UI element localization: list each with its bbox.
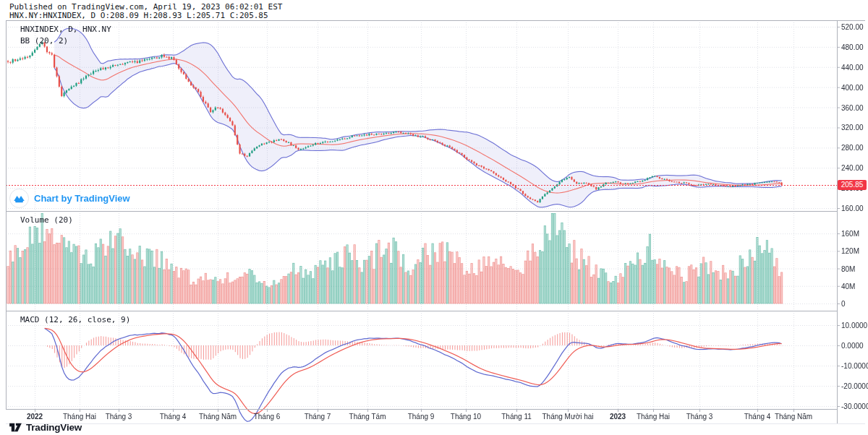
time-scale[interactable]: 2022Tháng HaiTháng 3Tháng 4Tháng NămThán… xyxy=(0,413,868,424)
time-tick-mark xyxy=(466,409,467,412)
time-tick-mark xyxy=(568,409,569,412)
time-tick-mark xyxy=(618,409,618,412)
volume-tick-label: 160M xyxy=(841,230,859,238)
time-tick-mark xyxy=(757,409,758,412)
tradingview-published-chart: { "header": { "line1": "Published on Tra… xyxy=(0,0,868,435)
volume-legend[interactable]: Volume (20) xyxy=(20,215,73,225)
time-tick-label: Tháng Mười hai xyxy=(542,413,593,421)
tradingview-cloud-icon xyxy=(9,189,29,208)
time-tick-label: Tháng 7 xyxy=(305,413,331,421)
time-tick-mark xyxy=(173,409,174,412)
time-tick-mark xyxy=(653,409,654,412)
time-tick-label: Tháng 3 xyxy=(686,413,713,421)
macd-tick-label: -20.0000 xyxy=(841,382,868,390)
price-tick-label: 240.00 xyxy=(841,164,864,172)
time-tick-label: Tháng 3 xyxy=(106,413,132,421)
price-tick-label: 480.00 xyxy=(841,43,864,51)
time-tick-label: 2023 xyxy=(610,413,626,421)
price-tick-label: 400.00 xyxy=(841,83,864,91)
main-panel-legend-symbol[interactable]: HNXINDEX, D, HNX.NY xyxy=(20,25,111,34)
volume-tick-label: 80M xyxy=(841,264,855,272)
time-tick-label: Tháng 6 xyxy=(254,413,281,421)
time-tick-mark xyxy=(367,409,368,412)
chart-canvas[interactable] xyxy=(0,0,868,435)
time-tick-label: Tháng 10 xyxy=(451,413,481,421)
macd-tick-label: 0.0000 xyxy=(841,342,864,350)
time-tick-mark xyxy=(699,409,700,412)
time-tick-mark xyxy=(421,409,422,412)
price-tick-label: 160.00 xyxy=(841,204,864,212)
time-tick-mark xyxy=(318,409,318,412)
time-tick-mark xyxy=(218,409,218,412)
time-tick-label: Tháng 11 xyxy=(501,413,532,421)
time-tick-label: Tháng 9 xyxy=(408,413,435,421)
price-tick-label: 440.00 xyxy=(841,63,864,71)
macd-tick-label: -30.0000 xyxy=(841,402,868,410)
time-tick-label: Tháng 4 xyxy=(744,413,771,421)
time-tick-mark xyxy=(267,409,268,412)
price-tick-label: 520.00 xyxy=(841,23,864,31)
price-tick-label: 360.00 xyxy=(841,103,864,111)
time-tick-mark xyxy=(516,409,517,412)
volume-tick-label: 0 xyxy=(841,300,846,308)
volume-tick-label: 120M xyxy=(841,247,859,255)
time-tick-label: Tháng Hai xyxy=(63,413,96,421)
price-tick-label: 280.00 xyxy=(841,144,864,152)
time-tick-mark xyxy=(793,409,794,412)
time-tick-mark xyxy=(80,409,80,412)
time-tick-label: Tháng Năm xyxy=(199,413,237,421)
macd-tick-label: -10.0000 xyxy=(841,362,868,370)
time-tick-label: Tháng 4 xyxy=(160,413,187,421)
bollinger-legend[interactable]: BB (20, 2) xyxy=(20,36,68,46)
price-tick-label: 320.00 xyxy=(841,124,864,132)
time-tick-label: Tháng Tám xyxy=(349,413,386,421)
macd-legend[interactable]: MACD (12, 26, close, 9) xyxy=(20,315,130,324)
time-tick-label: 2022 xyxy=(27,413,43,421)
time-tick-label: Tháng Hai xyxy=(637,413,670,421)
tradingview-watermark-link[interactable]: Chart by TradingView xyxy=(9,189,130,208)
time-tick-mark xyxy=(119,409,119,412)
macd-tick-label: 10.0000 xyxy=(841,322,867,330)
watermark-label: Chart by TradingView xyxy=(34,193,130,204)
time-tick-label: Tháng Năm xyxy=(775,413,812,421)
time-tick-mark xyxy=(35,409,35,412)
last-price-badge: 205.85 xyxy=(838,180,867,190)
volume-tick-label: 40M xyxy=(841,282,855,290)
